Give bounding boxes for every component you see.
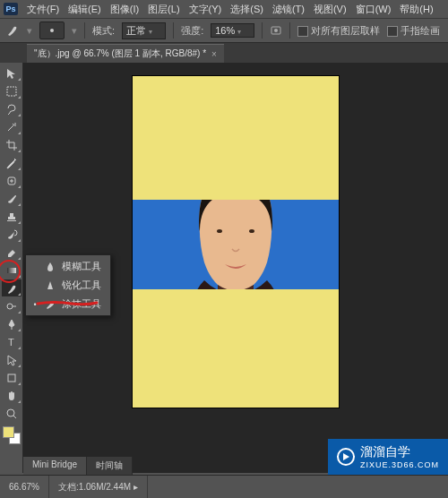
eraser-tool[interactable] — [2, 244, 22, 261]
watermark-title: 溜溜自学 — [360, 444, 410, 459]
menu-bar: Ps 文件(F) 编辑(E) 图像(I) 图层(L) 文字(Y) 选择(S) 滤… — [0, 0, 448, 18]
panel-tabs: Mini Bridge 时间轴 — [23, 457, 133, 475]
zoom-level[interactable]: 66.67% — [0, 476, 49, 498]
crop-tool[interactable] — [2, 136, 22, 153]
eyedropper-tool[interactable] — [2, 154, 22, 171]
strength-input[interactable]: 16% ▾ — [211, 23, 254, 38]
document-tab[interactable]: "底）.jpg @ 66.7% (图层 1 副本, RGB/8#) * × — [27, 44, 224, 63]
svg-point-10 — [217, 229, 222, 233]
menu-view[interactable]: 视图(V) — [310, 1, 350, 18]
blur-icon — [44, 262, 56, 272]
tool-palette: T — [0, 63, 23, 473]
menu-help[interactable]: 帮助(H) — [396, 1, 436, 18]
menu-image[interactable]: 图像(I) — [107, 1, 142, 18]
brush-preset-picker[interactable] — [39, 21, 65, 39]
color-swatches[interactable] — [3, 426, 21, 444]
watermark-badge: 溜溜自学 ZIXUE.3D66.COM — [328, 439, 448, 475]
status-bar: 66.67% 文档:1.06M/2.44M ▸ — [0, 475, 448, 498]
flyout-smudge-tool[interactable]: • 涂抹工具 — [26, 295, 110, 313]
flyout-label: 模糊工具 — [62, 260, 101, 273]
sharpen-icon — [44, 280, 56, 291]
svg-point-1 — [274, 29, 278, 32]
svg-rect-4 — [7, 268, 16, 273]
photo-layer — [133, 200, 339, 289]
shape-tool[interactable] — [2, 369, 22, 386]
stamp-tool[interactable] — [2, 208, 22, 225]
menu-window[interactable]: 窗口(W) — [352, 1, 395, 18]
svg-rect-2 — [7, 87, 16, 96]
svg-point-5 — [7, 304, 13, 309]
flyout-label: 涂抹工具 — [62, 297, 101, 311]
smudge-tool-icon — [5, 23, 20, 38]
flyout-label: 锐化工具 — [62, 279, 101, 292]
menu-filter[interactable]: 滤镜(T) — [269, 1, 308, 18]
healing-tool[interactable] — [2, 172, 22, 189]
brush-tool[interactable] — [2, 190, 22, 207]
hand-tool[interactable] — [2, 387, 22, 404]
svg-rect-7 — [8, 374, 15, 382]
portrait-image — [155, 200, 316, 289]
lasso-tool[interactable] — [2, 100, 22, 117]
options-bar: ▾ ▾ 模式: 正常 ▾ 强度: 16% ▾ 对所有图层取样 手指绘画 — [0, 18, 448, 43]
gradient-tool[interactable] — [2, 262, 22, 279]
tab-mini-bridge[interactable]: Mini Bridge — [23, 457, 87, 475]
smudge-icon — [44, 299, 56, 310]
watermark-sub: ZIXUE.3D66.COM — [360, 460, 439, 469]
wand-tool[interactable] — [2, 118, 22, 135]
tool-flyout-menu: 模糊工具 锐化工具 • 涂抹工具 — [25, 254, 111, 316]
menu-type[interactable]: 文字(Y) — [185, 1, 226, 18]
svg-text:T: T — [8, 337, 14, 348]
strength-label: 强度: — [181, 24, 203, 38]
tab-timeline[interactable]: 时间轴 — [87, 457, 133, 475]
doc-size[interactable]: 文档:1.06M/2.44M ▸ — [49, 476, 148, 498]
svg-point-11 — [249, 229, 254, 233]
marquee-tool[interactable] — [2, 82, 22, 99]
document-title: "底）.jpg @ 66.7% (图层 1 副本, RGB/8#) * — [34, 47, 206, 60]
dodge-tool[interactable] — [2, 297, 22, 314]
close-icon[interactable]: × — [211, 49, 217, 59]
sample-all-checkbox[interactable]: 对所有图层取样 — [297, 24, 380, 38]
play-icon — [337, 448, 355, 466]
type-tool[interactable]: T — [2, 333, 22, 350]
move-tool[interactable] — [2, 64, 22, 82]
zoom-tool[interactable] — [2, 405, 22, 422]
menu-file[interactable]: 文件(F) — [23, 1, 63, 18]
document-canvas[interactable] — [133, 76, 339, 408]
finger-paint-checkbox[interactable]: 手指绘画 — [387, 24, 440, 38]
history-brush-tool[interactable] — [2, 226, 22, 243]
mode-select[interactable]: 正常 ▾ — [122, 22, 166, 39]
menu-select[interactable]: 选择(S) — [227, 1, 267, 18]
foreground-color[interactable] — [3, 426, 14, 438]
menu-edit[interactable]: 编辑(E) — [65, 1, 105, 18]
flyout-blur-tool[interactable]: 模糊工具 — [26, 257, 110, 276]
svg-point-8 — [7, 409, 14, 416]
path-select-tool[interactable] — [2, 351, 22, 368]
smudge-tool[interactable] — [2, 279, 22, 296]
app-icon: Ps — [4, 3, 18, 15]
flyout-sharpen-tool[interactable]: 锐化工具 — [26, 276, 110, 295]
pen-tool[interactable] — [2, 315, 22, 332]
menu-layer[interactable]: 图层(L) — [144, 1, 183, 18]
document-tab-bar: "底）.jpg @ 66.7% (图层 1 副本, RGB/8#) * × — [0, 43, 448, 63]
mode-label: 模式: — [92, 24, 115, 38]
tablet-pressure-icon[interactable] — [270, 24, 282, 37]
